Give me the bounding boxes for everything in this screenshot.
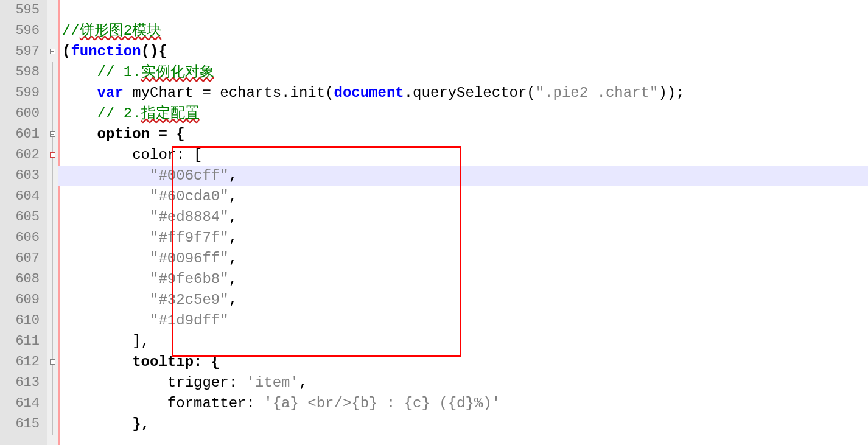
code-line[interactable]: (function(){ <box>58 41 868 62</box>
line-number: 604 <box>0 186 47 207</box>
line-number: 614 <box>0 393 47 414</box>
code-line[interactable]: "#60cda0", <box>58 186 868 207</box>
line-number: 611 <box>0 331 47 352</box>
code-line[interactable]: color: [ <box>58 145 868 166</box>
line-number: 605 <box>0 207 47 228</box>
line-number: 615 <box>0 414 47 435</box>
line-number: 606 <box>0 228 47 248</box>
code-line[interactable]: ], <box>58 331 868 352</box>
code-line[interactable]: //饼形图2模块 <box>58 21 868 41</box>
code-line[interactable]: // 2.指定配置 <box>58 103 868 124</box>
code-editor[interactable]: 595 596 597 598 599 600 601 602 603 604 … <box>0 0 868 445</box>
line-number: 610 <box>0 310 47 331</box>
line-number: 603 <box>0 166 47 186</box>
line-number: 599 <box>0 83 47 103</box>
line-number: 600 <box>0 103 47 124</box>
fold-toggle-icon[interactable] <box>50 152 55 158</box>
code-area[interactable]: //饼形图2模块 (function(){ // 1.实例化对象 var myC… <box>58 0 868 445</box>
code-line[interactable]: "#ed8884", <box>58 207 868 228</box>
code-line[interactable]: "#1d9dff" <box>58 310 868 331</box>
fold-gutter <box>47 0 58 445</box>
code-line[interactable]: "#ff9f7f", <box>58 228 868 248</box>
line-number: 613 <box>0 373 47 393</box>
line-number: 602 <box>0 145 47 166</box>
code-line[interactable]: trigger: 'item', <box>58 373 868 393</box>
code-line[interactable]: }, <box>58 414 868 435</box>
line-number: 608 <box>0 269 47 290</box>
fold-toggle-icon[interactable] <box>50 131 55 137</box>
code-line[interactable] <box>58 0 868 21</box>
fold-toggle-icon[interactable] <box>50 359 55 365</box>
code-line[interactable]: option = { <box>58 124 868 145</box>
code-line[interactable]: tooltip: { <box>58 352 868 373</box>
line-number: 601 <box>0 124 47 145</box>
line-number-gutter: 595 596 597 598 599 600 601 602 603 604 … <box>0 0 47 445</box>
code-line[interactable]: formatter: '{a} <br/>{b} : {c} ({d}%)' <box>58 393 868 414</box>
line-number: 607 <box>0 248 47 269</box>
fold-toggle-icon[interactable] <box>50 49 55 54</box>
line-number: 598 <box>0 62 47 83</box>
code-line[interactable]: "#32c5e9", <box>58 290 868 310</box>
code-line-highlighted[interactable]: "#006cff", <box>58 166 868 186</box>
code-line[interactable]: var myChart = echarts.init(document.quer… <box>58 83 868 103</box>
code-line[interactable]: "#0096ff", <box>58 248 868 269</box>
line-number: 612 <box>0 352 47 373</box>
code-line[interactable]: "#9fe6b8", <box>58 269 868 290</box>
code-line[interactable]: // 1.实例化对象 <box>58 62 868 83</box>
line-number: 595 <box>0 0 47 21</box>
line-number: 596 <box>0 21 47 41</box>
line-number: 609 <box>0 290 47 310</box>
line-number: 597 <box>0 41 47 62</box>
